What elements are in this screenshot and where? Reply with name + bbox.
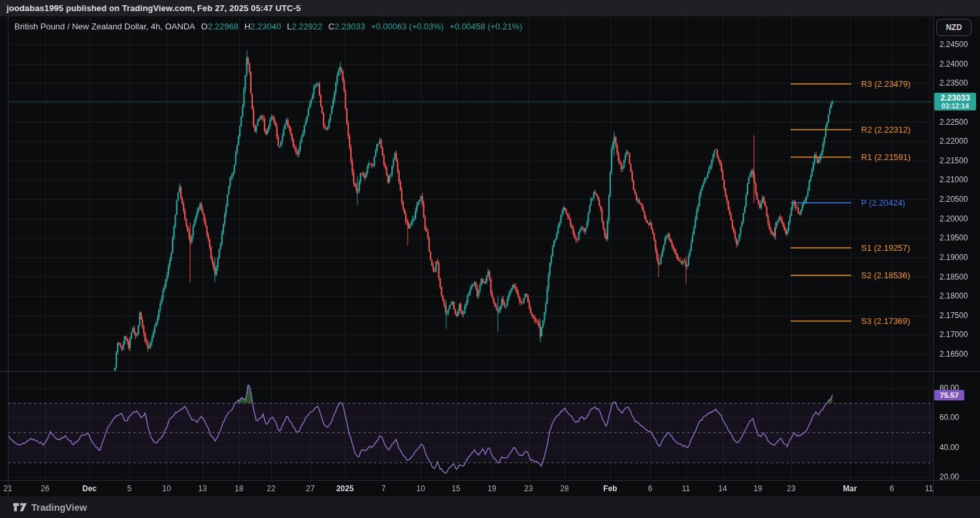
high-value: 2.23040 bbox=[250, 22, 281, 31]
price-axis-label: 2.21000 bbox=[939, 175, 968, 184]
time-axis-label: 10 bbox=[416, 484, 425, 493]
tradingview-logo-link[interactable]: TradingView bbox=[13, 502, 87, 513]
tradingview-brand-text: TradingView bbox=[31, 502, 87, 513]
time-axis-label: 23 bbox=[787, 484, 795, 493]
low-value: 2.22922 bbox=[292, 22, 323, 31]
pivot-label-r2: R2 (2.22312) bbox=[861, 124, 911, 134]
last-price-badge: 2.23033 03:12:14 bbox=[934, 93, 976, 110]
bar-countdown: 03:12:14 bbox=[941, 103, 969, 110]
chart-legend: British Pound / New Zealand Dollar, 4h, … bbox=[14, 22, 523, 31]
time-axis-label: 5 bbox=[127, 484, 132, 493]
pivot-label-s1: S1 (2.19257) bbox=[861, 242, 910, 252]
price-axis-label: 2.24500 bbox=[939, 40, 968, 49]
rsi-axis-label: 60.00 bbox=[939, 413, 959, 422]
price-axis-label: 2.20500 bbox=[939, 195, 968, 204]
price-axis-label: 2.24000 bbox=[939, 59, 968, 69]
publisher-bar: joodabas1995 published on TradingView.co… bbox=[0, 0, 980, 16]
chart-canvas[interactable] bbox=[0, 16, 980, 496]
price-axis-label: 2.17500 bbox=[939, 311, 968, 320]
price-axis-label: 2.18500 bbox=[939, 272, 968, 282]
price-axis-label: 2.22500 bbox=[939, 118, 968, 127]
tradingview-logo-icon bbox=[13, 502, 27, 513]
time-axis-label: 6 bbox=[890, 484, 894, 493]
time-axis-label: 22 bbox=[267, 484, 275, 493]
price-axis-label: 2.19000 bbox=[939, 253, 968, 262]
time-axis-label: 14 bbox=[718, 484, 727, 493]
rsi-value-badge: 75.57 bbox=[934, 390, 964, 400]
time-axis-label: 18 bbox=[235, 484, 243, 493]
time-axis-label: 21 bbox=[3, 484, 12, 493]
price-axis-label: 2.16500 bbox=[939, 349, 968, 359]
pivot-label-r3: R3 (2.23479) bbox=[861, 79, 911, 89]
price-axis-label: 2.21500 bbox=[939, 156, 968, 165]
price-axis-label: 2.19500 bbox=[939, 233, 968, 242]
currency-button[interactable]: NZD bbox=[936, 19, 972, 36]
bottom-bar: TradingView bbox=[0, 496, 980, 518]
time-axis-label: Dec bbox=[82, 484, 97, 493]
time-axis-label: 11 bbox=[925, 484, 933, 493]
open-value: 2.22968 bbox=[208, 22, 238, 31]
close-value: 2.23033 bbox=[335, 22, 365, 31]
low-label: L bbox=[287, 22, 291, 31]
time-axis-label: 19 bbox=[487, 484, 496, 493]
price-axis-label: 2.23500 bbox=[939, 78, 968, 88]
rsi-axis-label: 40.00 bbox=[939, 443, 959, 452]
close-label: C bbox=[329, 22, 335, 31]
pivot-label-p: P (2.20424) bbox=[861, 197, 906, 207]
time-axis-label: 28 bbox=[560, 484, 568, 493]
publisher-text: joodabas1995 published on TradingView.co… bbox=[7, 3, 301, 13]
time-axis-label: 11 bbox=[682, 484, 690, 493]
time-axis-label: 23 bbox=[524, 484, 532, 493]
pivot-label-s2: S2 (2.18536) bbox=[861, 270, 910, 280]
pivot-label-s3: S3 (2.17369) bbox=[861, 316, 910, 325]
time-axis-label: 26 bbox=[41, 484, 49, 493]
time-axis-label: 2025 bbox=[336, 484, 354, 493]
rsi-axis-label: 20.00 bbox=[939, 472, 959, 481]
time-axis-label: 13 bbox=[198, 484, 206, 493]
time-axis-label: 27 bbox=[306, 484, 314, 493]
time-axis-label: 10 bbox=[162, 484, 171, 493]
change-percent: +0.00458 (+0.21%) bbox=[449, 22, 522, 31]
price-axis-label: 2.20000 bbox=[939, 214, 968, 223]
last-price-value: 2.23033 bbox=[940, 94, 970, 103]
time-axis-label: 6 bbox=[648, 484, 653, 493]
time-axis-label: Mar bbox=[843, 484, 857, 493]
rsi-value: 75.57 bbox=[940, 391, 959, 399]
open-label: O bbox=[201, 22, 208, 31]
change-absolute: +0.00063 (+0.03%) bbox=[371, 22, 444, 31]
high-label: H bbox=[244, 22, 250, 31]
price-axis-label: 2.22000 bbox=[939, 137, 968, 146]
price-axis-label: 2.18000 bbox=[939, 291, 968, 300]
time-axis-label: Feb bbox=[603, 484, 617, 493]
symbol-title: British Pound / New Zealand Dollar, 4h, … bbox=[14, 22, 195, 31]
tradingview-published-chart: joodabas1995 published on TradingView.co… bbox=[0, 0, 980, 518]
pivot-label-r1: R1 (2.21591) bbox=[861, 152, 911, 162]
price-axis-label: 2.17000 bbox=[939, 330, 968, 339]
time-axis-label: 15 bbox=[451, 484, 460, 493]
time-axis-label: 19 bbox=[753, 484, 762, 493]
time-axis-label: 7 bbox=[382, 484, 386, 493]
